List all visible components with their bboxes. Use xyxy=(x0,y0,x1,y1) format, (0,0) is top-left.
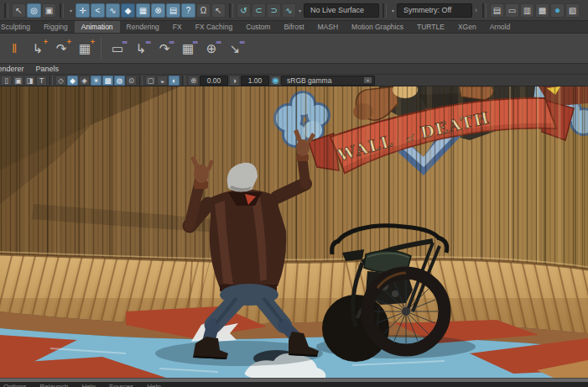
snap-help-icon[interactable]: ? xyxy=(181,3,195,18)
toolbar-grip[interactable] xyxy=(60,3,64,18)
render-group: ▤▭▥▩●▧ xyxy=(490,3,580,18)
shelf-set-translate-key-icon[interactable]: ↳+ xyxy=(27,38,49,60)
selection-mask-group: ↖◎▣ xyxy=(12,3,56,18)
snap-to-projected-center-icon[interactable]: ◆ xyxy=(121,3,135,18)
close-inputs-icon[interactable]: ⊃ xyxy=(267,3,281,18)
shelf-set-rotate-key-icon[interactable]: ↷+ xyxy=(50,38,72,60)
vp-motion-blur-icon[interactable]: ⊙ xyxy=(126,76,137,86)
vp-gamma-icon[interactable]: ◑ xyxy=(229,76,240,86)
vp-outliner-pane-icon[interactable]: ◨ xyxy=(24,76,35,86)
toolbar-grip[interactable] xyxy=(4,3,8,18)
construction-history-icon[interactable]: ↺ xyxy=(237,3,251,18)
lock-selection-icon[interactable]: Ω xyxy=(196,3,211,18)
vp-shadows-icon[interactable]: ▩ xyxy=(102,76,113,86)
vp-ambient-occlusion-icon[interactable]: ◍ xyxy=(114,76,125,86)
make-live-icon[interactable]: ⊗ xyxy=(151,3,165,18)
bottom-menu-item[interactable]: Help xyxy=(147,383,160,387)
snap-options-arrow-icon[interactable]: ▾ xyxy=(67,3,75,18)
snap-to-grid-icon[interactable]: ✛ xyxy=(75,3,90,18)
hypershade-icon[interactable]: ● xyxy=(550,3,565,18)
render-current-frame-icon[interactable]: ▭ xyxy=(505,3,519,18)
vp-exposure-value[interactable]: 0.00 xyxy=(200,76,228,86)
toolbar-grip[interactable] xyxy=(139,76,143,86)
key-tools-group: ‖↳+↷+▦+ xyxy=(3,38,96,60)
render-sequence-icon[interactable]: ▧ xyxy=(565,3,580,18)
accent-glyph: + xyxy=(91,38,95,46)
shelf-tab[interactable]: MASH xyxy=(311,21,346,33)
shelf-aim-constraint-icon[interactable]: ⊕∞ xyxy=(200,38,222,60)
snap-to-point-icon[interactable]: ∿ xyxy=(106,3,120,18)
panel-menu-item[interactable]: Renderer xyxy=(0,65,24,73)
toolbar-grip[interactable] xyxy=(49,76,53,86)
shelf-tab[interactable]: Arnold xyxy=(483,21,518,33)
shelf-orient-constraint-icon[interactable]: ↷∞ xyxy=(154,38,175,60)
symmetry-arrow-icon[interactable]: ▾ xyxy=(392,8,394,13)
bottom-menu-item[interactable]: Help xyxy=(81,383,95,387)
shelf-tab[interactable]: TURTLE xyxy=(410,21,451,33)
highlight-selection-icon[interactable]: ↖ xyxy=(211,3,226,18)
snap-together-icon[interactable]: ▤ xyxy=(166,3,180,18)
live-surface-arrow-icon[interactable]: ▾ xyxy=(299,8,301,13)
ipr-render-icon[interactable]: ▥ xyxy=(520,3,534,18)
shelf-character-controls-icon[interactable]: ‖ xyxy=(3,38,25,60)
input-connections-icon[interactable]: ∿ xyxy=(282,3,296,18)
shelf-tab[interactable]: XGen xyxy=(451,21,483,33)
accent-glyph: ∞ xyxy=(146,38,151,46)
vp-four-pane-icon[interactable]: ▣ xyxy=(13,76,23,86)
snap-to-curve-icon[interactable]: < xyxy=(91,3,105,18)
shelf-pole-vector-icon[interactable]: ↘∞ xyxy=(224,38,246,60)
vp-gamma-value[interactable]: 1.00 xyxy=(241,76,269,86)
render-settings-icon[interactable]: ▩ xyxy=(535,3,549,18)
vp-isolate-select-icon[interactable]: ▢ xyxy=(145,76,156,86)
open-render-view-icon[interactable]: ▤ xyxy=(490,3,504,18)
vp-xray-icon[interactable]: ◒ xyxy=(157,76,168,86)
shelf-tab[interactable]: FX xyxy=(166,21,189,33)
accent-glyph: ∞ xyxy=(240,38,245,46)
shelf-tab[interactable]: Custom xyxy=(239,21,277,33)
toolbar-grip[interactable] xyxy=(229,3,233,18)
toolbar-grip[interactable] xyxy=(482,3,487,18)
view-transform-dropdown[interactable]: sRGB gamma ▾ xyxy=(281,76,375,86)
select-by-object-icon[interactable]: ◎ xyxy=(27,3,41,18)
shelf-point-constraint-icon[interactable]: ↳∞ xyxy=(130,38,152,60)
shelf-set-scale-key-icon[interactable]: ▦+ xyxy=(74,38,96,60)
viewport-canvas[interactable]: WALL of DEATH xyxy=(0,86,588,378)
shelf-parent-constraint-icon[interactable]: ▭∞ xyxy=(107,38,128,60)
shelf-tab[interactable]: Animation xyxy=(75,21,120,33)
vp-use-all-lights-icon[interactable]: ☀ xyxy=(91,76,101,86)
vp-exposure-icon[interactable]: ⊛ xyxy=(188,76,199,86)
shelf-scale-constraint-icon[interactable]: ▦∞ xyxy=(177,38,199,60)
toolbar-grip[interactable] xyxy=(182,76,185,86)
vp-text-hud-icon[interactable]: T xyxy=(36,76,47,86)
toolbar-grip[interactable] xyxy=(382,3,387,18)
pane-layout-group: ▯▣◨T xyxy=(1,76,47,86)
bottom-menu-item[interactable]: Sources xyxy=(109,383,133,387)
live-surface-field[interactable]: No Live Surface xyxy=(304,3,379,18)
shelf-tab[interactable]: Bifrost xyxy=(277,21,310,33)
bottom-menu-item[interactable]: Options xyxy=(3,383,27,387)
collapse-chevron-icon[interactable]: › xyxy=(475,6,477,14)
shelf-tab[interactable]: Rigging xyxy=(37,21,75,33)
shelf-tab[interactable]: FX Caching xyxy=(189,21,239,33)
bottom-menu-item[interactable]: Relaunch xyxy=(40,383,69,387)
snap-to-view-plane-icon[interactable]: ▦ xyxy=(136,3,150,18)
select-by-hierarchy-icon[interactable]: ↖ xyxy=(12,3,26,18)
open-inputs-icon[interactable]: ⊂ xyxy=(252,3,266,18)
shelf-tab[interactable]: Rendering xyxy=(120,21,166,33)
select-by-component-icon[interactable]: ▣ xyxy=(42,3,56,18)
vp-textured-icon[interactable]: ◈ xyxy=(79,76,90,86)
accent-glyph: ∞ xyxy=(122,38,127,46)
accent-glyph: ∞ xyxy=(169,38,174,46)
shelf-tab[interactable]: Sculpting xyxy=(0,21,37,33)
vp-color-management-icon[interactable]: ◉ xyxy=(270,76,281,86)
accent-glyph: ∞ xyxy=(216,38,221,46)
accent-glyph: + xyxy=(44,38,48,46)
panel-menu-item[interactable]: Panels xyxy=(36,65,60,73)
snap-group: ▾✛<∿◆▦⊗▤?Ω↖ xyxy=(67,3,226,18)
symmetry-field[interactable]: Symmetry: Off xyxy=(397,3,472,18)
vp-shaded-icon[interactable]: ◆ xyxy=(67,76,78,86)
vp-wireframe-icon[interactable]: ◇ xyxy=(55,76,66,86)
vp-single-pane-icon[interactable]: ▯ xyxy=(1,76,12,86)
vp-exposure-toggle-icon[interactable]: ◐ xyxy=(169,76,180,86)
shelf-tab[interactable]: Motion Graphics xyxy=(345,21,410,33)
